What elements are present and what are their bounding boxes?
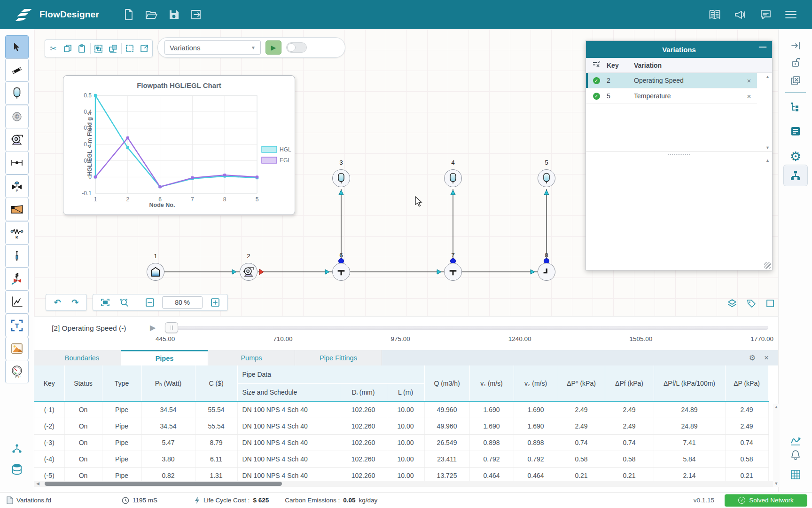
- tab-pipes[interactable]: Pipes: [121, 350, 208, 365]
- col-l[interactable]: L (m): [387, 383, 424, 401]
- save-icon[interactable]: [167, 8, 181, 22]
- remove-variation-icon[interactable]: ×: [741, 92, 757, 100]
- ungroup-icon[interactable]: [107, 42, 119, 55]
- model-tree-icon[interactable]: [10, 442, 23, 455]
- col-type[interactable]: Type: [102, 365, 141, 401]
- node-tee-6[interactable]: [332, 263, 350, 281]
- scroll-up-icon[interactable]: ▲: [765, 158, 770, 163]
- col-q[interactable]: Q (m3/h): [424, 365, 469, 401]
- marquee-select-icon[interactable]: [124, 42, 136, 55]
- col-group-pipe-data[interactable]: Pipe Data: [237, 365, 424, 383]
- col-ph[interactable]: Pₕ (Watt): [141, 365, 195, 401]
- col-dp0[interactable]: ΔP⁰ (kPa): [558, 365, 605, 401]
- col-size-schedule[interactable]: Size and Schedule: [237, 383, 340, 401]
- col-dpf[interactable]: ΔPf (kPa): [605, 365, 654, 401]
- node-vessel-4[interactable]: [444, 169, 462, 187]
- layers-icon[interactable]: [725, 297, 739, 310]
- gauge-tool-button[interactable]: TP: [5, 360, 29, 383]
- panel-splitter[interactable]: [586, 152, 772, 157]
- network-view-icon[interactable]: [789, 168, 803, 183]
- scroll-up-icon[interactable]: ▲: [774, 405, 779, 409]
- scroll-down-icon[interactable]: ▼: [774, 481, 779, 486]
- database-icon[interactable]: [10, 463, 23, 476]
- control-valve-tool-button[interactable]: P: [5, 175, 29, 198]
- node-vessel-5[interactable]: [538, 169, 555, 187]
- connector-tool-button[interactable]: ©: [5, 105, 29, 128]
- table-settings-gear-icon[interactable]: ⚙: [749, 353, 756, 362]
- copy-icon[interactable]: [62, 42, 74, 55]
- details-scrollbar[interactable]: ▲: [764, 157, 771, 260]
- text-tool-button[interactable]: T: [5, 314, 29, 337]
- data-grid-icon[interactable]: [789, 468, 803, 482]
- table-row[interactable]: (-3)OnPipe5.478.79DN 100 NPS 4 Sch 40102…: [34, 434, 768, 451]
- chart-tool-button[interactable]: [5, 290, 29, 314]
- pump-tool-button[interactable]: [5, 128, 29, 151]
- report-icon[interactable]: [789, 124, 803, 138]
- run-button[interactable]: ▶: [265, 40, 281, 55]
- filter-check-icon[interactable]: [586, 61, 607, 69]
- clear-images-icon[interactable]: [789, 73, 803, 87]
- col-di[interactable]: Dᵢ (mm): [340, 383, 387, 401]
- zoom-level-input[interactable]: [162, 296, 203, 309]
- slider-play-icon[interactable]: ▶: [150, 323, 156, 332]
- table-row[interactable]: (-2)OnPipe34.5455.54DN 100 NPS 4 Sch 401…: [34, 418, 768, 434]
- node-vessel-3[interactable]: [332, 169, 350, 187]
- tag-icon[interactable]: [744, 297, 758, 310]
- table-row[interactable]: (-4)OnPipe3.806.11DN 100 NPS 4 Sch 40102…: [34, 451, 768, 467]
- variation-enabled-icon[interactable]: ✓: [586, 93, 607, 100]
- variation-dropdown[interactable]: Variations ▼: [164, 40, 261, 55]
- tab-pipe-fittings[interactable]: Pipe Fittings: [295, 350, 382, 365]
- group-icon[interactable]: [93, 42, 105, 55]
- node-tank-1[interactable]: [147, 263, 164, 281]
- col-dp[interactable]: ΔP (kPa): [725, 365, 768, 401]
- variation-row[interactable]: ✓2Operating Speed×: [586, 73, 757, 88]
- image-tool-button[interactable]: [5, 337, 29, 360]
- hierarchy-tree-icon[interactable]: [789, 100, 803, 114]
- pipe-tool-button[interactable]: [5, 58, 29, 82]
- table-horizontal-scrollbar[interactable]: ◀: [34, 481, 773, 487]
- col-status[interactable]: Status: [64, 365, 102, 401]
- variations-scrollbar[interactable]: ▲ ▼: [764, 73, 771, 151]
- new-file-icon[interactable]: [122, 8, 136, 22]
- slider-handle[interactable]: [165, 322, 178, 333]
- col-dpfl[interactable]: ΔPf/L (kPa/100m): [654, 365, 725, 401]
- orifice-tool-button[interactable]: [5, 198, 29, 221]
- variation-row[interactable]: ✓5Temperature×: [586, 88, 757, 104]
- paste-icon[interactable]: [76, 42, 88, 55]
- variations-panel[interactable]: Variations — Key Variation ✓2Operating S…: [586, 40, 773, 270]
- lock-open-icon[interactable]: [789, 56, 803, 70]
- announcements-icon[interactable]: [733, 8, 747, 22]
- collapse-panel-icon[interactable]: [789, 39, 803, 53]
- col-v1[interactable]: v₁ (m/s): [469, 365, 514, 401]
- col-key[interactable]: Key: [34, 365, 64, 401]
- scroll-up-icon[interactable]: ▲: [765, 74, 770, 79]
- settings-gear-icon[interactable]: ⚙: [789, 150, 803, 164]
- tab-boundaries[interactable]: Boundaries: [43, 350, 121, 365]
- export-selection-icon[interactable]: [138, 42, 150, 55]
- minimize-icon[interactable]: —: [759, 43, 766, 51]
- zoom-in-icon[interactable]: [209, 296, 222, 309]
- results-pulse-icon[interactable]: [789, 434, 803, 448]
- probe-tool-button[interactable]: [5, 244, 29, 268]
- resistance-tool-button[interactable]: K: [5, 221, 29, 245]
- col-cost[interactable]: C ($): [195, 365, 237, 401]
- table-vertical-scrollbar[interactable]: ▲ ▼: [773, 404, 780, 487]
- variations-panel-header[interactable]: Variations —: [586, 41, 772, 58]
- flowpath-chart-panel[interactable]: Flowpath HGL/EGL Chart HGL/EGL < m Fluid…: [63, 75, 295, 215]
- node-tee-7[interactable]: [444, 263, 462, 281]
- vessel-tool-button[interactable]: [5, 81, 29, 105]
- solved-status-badge[interactable]: ✓ Solved Network: [725, 494, 807, 507]
- feedback-icon[interactable]: [758, 8, 773, 22]
- pipes-results-table[interactable]: Key Status Type Pₕ (Watt) C ($) Pipe Dat…: [34, 365, 773, 486]
- fit-to-screen-icon[interactable]: [99, 296, 112, 309]
- resize-handle[interactable]: [764, 262, 771, 269]
- zoom-to-selection-icon[interactable]: [118, 296, 131, 309]
- documentation-icon[interactable]: [708, 8, 722, 22]
- valve-tool-button[interactable]: [5, 151, 29, 175]
- table-row[interactable]: (-1)OnPipe34.5455.54DN 100 NPS 4 Sch 401…: [34, 401, 768, 418]
- frame-icon[interactable]: [763, 297, 777, 310]
- node-elbow-8[interactable]: [538, 263, 555, 281]
- cut-icon[interactable]: ✂: [47, 42, 59, 55]
- slider-track[interactable]: [167, 326, 768, 330]
- auto-run-toggle[interactable]: [286, 42, 307, 53]
